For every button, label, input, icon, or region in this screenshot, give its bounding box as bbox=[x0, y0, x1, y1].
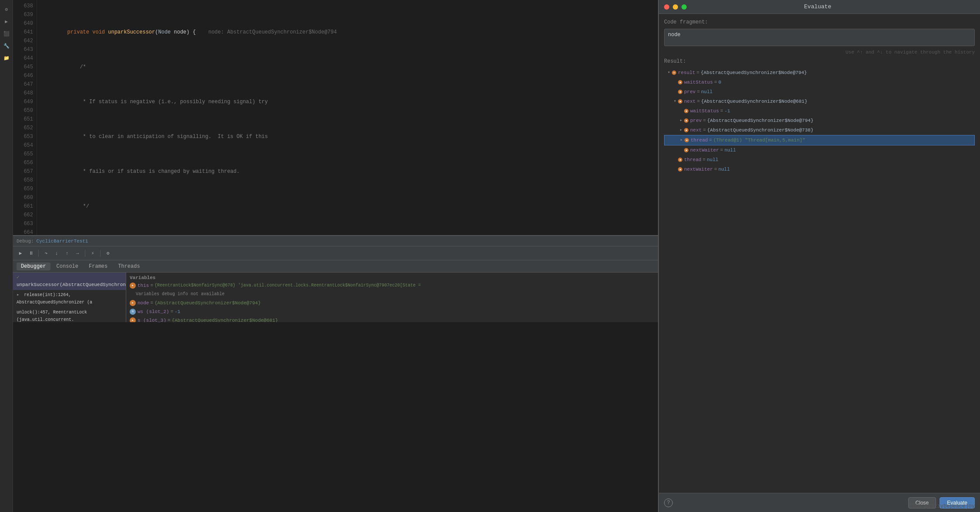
tab-debugger[interactable]: Debugger bbox=[17, 263, 50, 270]
line-655: 655 bbox=[15, 150, 33, 158]
code-line-641: * to clear in anticipation of signalling… bbox=[42, 132, 653, 141]
line-647: 647 bbox=[15, 80, 33, 89]
debug-content: ✓ unparkSuccessor(AbstractQueuedSynchron… bbox=[13, 273, 658, 322]
line-645: 645 bbox=[15, 63, 33, 71]
eval-body: Code fragment: node Use ^↑ and ^↓ to nav… bbox=[659, 14, 980, 493]
tree-waitstatus-0[interactable]: ● waitStatus = 0 bbox=[664, 77, 975, 87]
eval-navigation-hint: Use ^↑ and ^↓ to navigate through the hi… bbox=[664, 50, 975, 55]
var-icon-node: ▸ bbox=[130, 300, 136, 306]
frame-name-1: release(int):1264, AbstractQueuedSynchro… bbox=[17, 293, 92, 305]
var-s: ▸ s (slot_3) = {AbstractQueuedSynchroniz… bbox=[128, 316, 656, 322]
result-label: Result: bbox=[664, 58, 975, 64]
frame-item-1[interactable]: ▸ release(int):1264, AbstractQueuedSynch… bbox=[13, 290, 126, 307]
tree-next-prev[interactable]: ▸ ● prev = {AbstractQueuedSynchronizer$N… bbox=[664, 116, 975, 125]
debug-title-bar: Debug: CyclicBarrierTest1 bbox=[13, 236, 658, 246]
tab-frames-header[interactable]: Frames bbox=[84, 263, 112, 270]
tree-toggle-next-root: ▾ bbox=[672, 98, 678, 105]
toolbar-icon-5[interactable]: 📁 bbox=[2, 53, 11, 63]
tree-icon-nw-root: ● bbox=[678, 167, 682, 172]
line-656: 656 bbox=[15, 158, 33, 167]
tree-next-thread[interactable]: ▸ ● thread = (Thread@1) "Thread[main,5,m… bbox=[664, 135, 975, 145]
tree-thread-root[interactable]: ● thread = null bbox=[664, 155, 975, 165]
line-650: 650 bbox=[15, 106, 33, 115]
var-name-ws: ws (slot_2) bbox=[138, 308, 169, 315]
debug-sep-2 bbox=[85, 250, 85, 257]
toolbar-icon-3[interactable]: ⬛ bbox=[2, 29, 11, 38]
toolbar-icon-4[interactable]: 🔧 bbox=[2, 41, 11, 51]
variables-panel: Variables ▸ this = {ReentrantLock$Nonfai… bbox=[126, 273, 658, 322]
frame-running-0: ✓ bbox=[17, 275, 20, 280]
line-661: 661 bbox=[15, 202, 33, 211]
line-658: 658 bbox=[15, 176, 33, 185]
line-643: 643 bbox=[15, 45, 33, 54]
step-into-icon[interactable]: ↓ bbox=[53, 249, 60, 257]
tree-next-next[interactable]: ▸ ● next = {AbstractQueuedSynchronizer$N… bbox=[664, 125, 975, 135]
tree-name-next-next: next bbox=[690, 126, 701, 134]
variables-header: Variables bbox=[128, 274, 656, 281]
pause-icon[interactable]: ⏸ bbox=[27, 249, 35, 257]
line-638: 638 bbox=[15, 2, 33, 10]
var-val-s: {AbstractQueuedSynchronizer$Node@681} bbox=[172, 317, 278, 322]
tree-icon-thread-root: ● bbox=[678, 158, 682, 162]
tree-icon-next-root: ● bbox=[678, 99, 682, 104]
evaluate-icon[interactable]: ⚡ bbox=[89, 249, 97, 257]
step-out-icon[interactable]: ↑ bbox=[63, 249, 71, 257]
tree-next-root[interactable]: ▾ ● next = {AbstractQueuedSynchronizer$N… bbox=[664, 97, 975, 106]
tree-name-nw-root: nextWaiter bbox=[684, 165, 713, 173]
var-debug-info: Variables debug info not available bbox=[128, 290, 656, 299]
var-icon-ws: ≡ bbox=[130, 309, 136, 315]
step-over-icon[interactable]: ↷ bbox=[42, 249, 50, 257]
tab-threads-header[interactable]: Threads bbox=[114, 263, 144, 270]
tree-toggle-next-next: ▸ bbox=[678, 126, 684, 134]
run-to-cursor-icon[interactable]: → bbox=[74, 249, 81, 257]
evaluate-panel: Evaluate Code fragment: node Use ^↑ and … bbox=[658, 0, 980, 512]
toolbar-icon-2[interactable]: ▶ bbox=[2, 17, 11, 26]
tree-nextwaiter-root[interactable]: ● nextWaiter = null bbox=[664, 165, 975, 174]
var-name-node: node bbox=[138, 300, 149, 307]
close-window-dot[interactable] bbox=[664, 4, 669, 10]
line-641: 641 bbox=[15, 28, 33, 37]
line-662: 662 bbox=[15, 211, 33, 219]
tree-name-next-ws: waitStatus bbox=[690, 107, 719, 115]
code-fragment-label: Code fragment: bbox=[664, 19, 975, 25]
tree-icon-root: ∞ bbox=[672, 71, 676, 75]
toolbar-icon-1[interactable]: ⚙ bbox=[2, 4, 11, 14]
tree-icon-next-prev: ● bbox=[684, 118, 688, 123]
minimize-window-dot[interactable] bbox=[673, 4, 678, 10]
frame-item-2[interactable]: unlock():457, ReentrantLock (java.util.c… bbox=[13, 307, 126, 322]
eval-title: Evaluate bbox=[804, 3, 831, 10]
tab-console[interactable]: Console bbox=[52, 263, 83, 270]
var-this: ▸ this = {ReentrantLock$NonfairSync@678}… bbox=[128, 281, 656, 290]
resume-icon[interactable]: ▶ bbox=[17, 249, 24, 257]
eval-header: Evaluate bbox=[659, 0, 980, 14]
debug-toolbar: ▶ ⏸ ↷ ↓ ↑ → ⚡ ⚙ bbox=[13, 246, 658, 260]
line-660: 660 bbox=[15, 193, 33, 202]
editor-area: 638 639 640 641 642 643 644 645 646 647 … bbox=[13, 0, 658, 512]
tree-toggle-next-prev: ▸ bbox=[678, 117, 684, 125]
tree-root[interactable]: ▾ ∞ result = {AbstractQueuedSynchronizer… bbox=[664, 68, 975, 77]
tree-icon-next-next: ● bbox=[684, 128, 688, 132]
line-640: 640 bbox=[15, 19, 33, 28]
tree-val-thread-root: null bbox=[707, 156, 718, 164]
line-652: 652 bbox=[15, 124, 33, 132]
line-646: 646 bbox=[15, 71, 33, 80]
debug-session-name: CyclicBarrierTest1 bbox=[37, 239, 88, 244]
debug-sep-3 bbox=[100, 250, 101, 257]
line-664: 664 bbox=[15, 228, 33, 235]
var-val-ws: -1 bbox=[175, 308, 180, 315]
tree-next-waitstatus[interactable]: ● waitStatus = -1 bbox=[664, 106, 975, 116]
debug-sep-1 bbox=[38, 250, 39, 257]
tree-icon-next-thread: ● bbox=[685, 138, 689, 142]
line-659: 659 bbox=[15, 185, 33, 193]
settings-icon[interactable]: ⚙ bbox=[104, 249, 112, 257]
code-line-638: private void unparkSuccessor(Node node) … bbox=[42, 28, 653, 37]
tree-next-nextwaiter[interactable]: ● nextWaiter = null bbox=[664, 145, 975, 155]
help-icon[interactable]: ? bbox=[664, 499, 673, 507]
tree-val-nw-root: null bbox=[718, 165, 730, 173]
maximize-window-dot[interactable] bbox=[681, 4, 687, 10]
code-line-642: * fails or if status is changed by waiti… bbox=[42, 167, 653, 176]
tree-prev-root[interactable]: ● prev = null bbox=[664, 87, 975, 97]
code-fragment-input[interactable]: node bbox=[664, 29, 975, 46]
var-icon-this: ▸ bbox=[130, 283, 136, 289]
frame-item-0[interactable]: ✓ unparkSuccessor(AbstractQueuedSynchron… bbox=[13, 273, 126, 290]
